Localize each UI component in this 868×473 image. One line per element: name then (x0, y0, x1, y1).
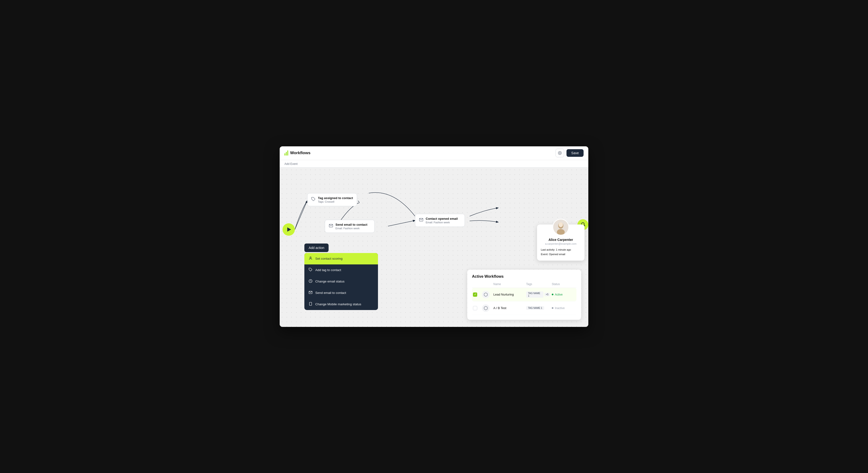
node-tag-title: Tag assigned to contact (318, 196, 353, 200)
svg-rect-9 (309, 302, 311, 305)
start-button[interactable] (282, 223, 295, 236)
svg-point-5 (310, 257, 311, 258)
svg-point-0 (559, 152, 560, 153)
svg-point-14 (559, 222, 563, 227)
send-email-action-icon (309, 291, 312, 295)
action-label-send-email: Send email to contact (315, 291, 346, 295)
action-label-set-contact-scoring: Set contact scoring (315, 257, 343, 260)
mobile-icon (309, 302, 312, 307)
node-tag-text: Tag assigned to contact Tags: Crossell (318, 196, 353, 203)
row-icon-lead (482, 291, 490, 298)
status-inactive: Inactive (552, 306, 576, 310)
node-opened-sub: Email: Fashion week (426, 221, 458, 224)
settings-button[interactable] (556, 149, 564, 157)
action-label-change-email-status: Change email status (315, 279, 344, 283)
workflows-panel: Active Workflows Name Tags Status Lead N… (467, 270, 581, 320)
svg-line-1 (295, 201, 307, 230)
node-opened-title: Contact opened email (426, 217, 458, 220)
action-label-add-tag: Add tag to contact (315, 268, 341, 272)
header-actions: Save (556, 149, 584, 157)
table-row: Lead Nurturing TAG NAME 1 +5 Active (472, 288, 577, 301)
col-name: Name (493, 283, 524, 286)
user-icon (309, 256, 312, 261)
status-active: Active (552, 293, 576, 296)
tag-icon (311, 197, 315, 202)
row-checkbox-ab[interactable] (473, 306, 477, 310)
node-opened-text: Contact opened email Email: Fashion week (426, 217, 458, 224)
action-item-send-email[interactable]: Send email to contact (304, 287, 378, 299)
logo: Workflows (284, 150, 311, 156)
contact-name: Alice Carpenter (549, 238, 573, 242)
action-item-set-contact-scoring[interactable]: Set contact scoring (304, 253, 378, 264)
action-label-change-mobile: Change Mobile marketing status (315, 302, 361, 306)
col-icon (482, 283, 492, 286)
action-item-add-tag[interactable]: Add tag to contact (304, 264, 378, 276)
add-action-button[interactable]: Add action (304, 243, 329, 252)
contact-avatar (553, 219, 569, 235)
col-tags: Tags (526, 283, 550, 286)
svg-point-13 (557, 229, 565, 235)
node-tag-sub: Tags: Crossell (318, 200, 353, 203)
row-tags-ab: TAG NAME 1 (526, 306, 550, 310)
row-name-ab: A / B Test (493, 306, 524, 310)
last-activity-label: Last activity: (541, 248, 555, 251)
email-status-icon (309, 279, 312, 284)
email-icon (329, 224, 333, 229)
row-checkbox-lead[interactable] (473, 292, 477, 297)
row-name-lead: Lead Nurturing (493, 293, 524, 296)
sub-header: Add Event (280, 160, 588, 168)
tag-action-icon (309, 268, 312, 272)
contact-email: a.carpenter@example.com (545, 242, 577, 245)
panel-title: Active Workflows (472, 274, 577, 279)
node-email-sub: Email: Fashion week (336, 227, 367, 230)
node-email-title: Send email to contact (336, 223, 367, 227)
node-tag-assigned[interactable]: Tag assigned to contact Tags: Crossell (307, 193, 357, 206)
action-item-change-email-status[interactable]: Change email status (304, 276, 378, 287)
action-item-change-mobile[interactable]: Change Mobile marketing status (304, 299, 378, 310)
contact-card: Alice Carpenter a.carpenter@example.com … (537, 225, 585, 261)
event-value: Opened email (549, 253, 565, 256)
col-checkbox (473, 283, 480, 286)
logo-icon (284, 150, 288, 156)
save-button[interactable]: Save (566, 149, 584, 157)
node-send-email[interactable]: Send email to contact Email: Fashion wee… (325, 220, 375, 233)
last-activity-value: 1 minute ago (556, 248, 571, 251)
action-dropdown: Set contact scoring Add tag to contact (304, 253, 378, 310)
contact-info: Last activity: 1 minute ago Event: Opene… (541, 247, 581, 257)
node-contact-opened[interactable]: Contact opened email Email: Fashion week (415, 214, 465, 227)
node-email-text: Send email to contact Email: Fashion wee… (336, 223, 367, 230)
app-window: Workflows Save Add Event (280, 146, 588, 327)
row-icon-ab (482, 304, 490, 312)
logo-text: Workflows (290, 151, 311, 155)
tag-more: +5 (545, 293, 550, 296)
opened-email-icon (419, 217, 423, 223)
tag-badge: TAG NAME 1 (526, 292, 544, 298)
event-label: Event: (541, 253, 548, 256)
table-row: A / B Test TAG NAME 1 Inactive (472, 301, 577, 315)
row-tags-lead: TAG NAME 1 +5 (526, 292, 550, 298)
table-header: Name Tags Status (472, 283, 577, 288)
header: Workflows Save (280, 146, 588, 160)
workflow-canvas: Tag assigned to contact Tags: Crossell S… (280, 168, 588, 327)
col-status: Status (552, 283, 576, 286)
add-event-link[interactable]: Add Event (284, 162, 298, 166)
tag-badge-ab: TAG NAME 1 (526, 306, 544, 310)
